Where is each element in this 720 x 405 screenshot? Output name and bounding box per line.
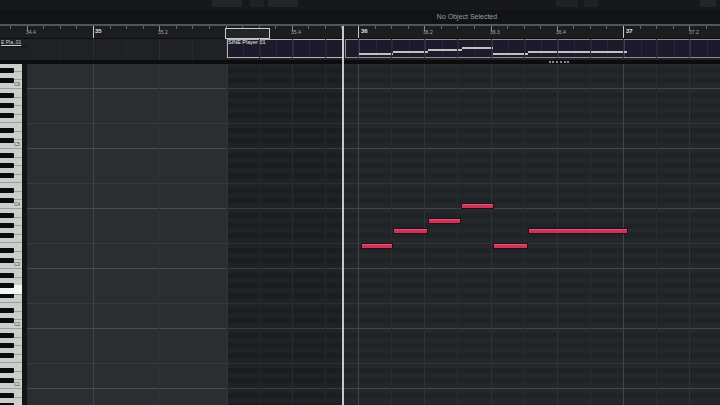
black-key[interactable] [0, 223, 14, 228]
part-gridline [525, 40, 526, 58]
lane-gridline [391, 39, 392, 60]
ruler-tick [623, 26, 624, 39]
lane-gridline [689, 39, 690, 60]
octave-key-label: C4 [0, 202, 20, 207]
ruler-tick [441, 26, 442, 29]
midi-note[interactable] [361, 243, 393, 249]
midi-note[interactable] [493, 243, 528, 249]
fold-handle-dots[interactable] [549, 61, 569, 63]
playhead[interactable] [342, 26, 344, 405]
black-key[interactable] [0, 293, 14, 298]
part-gridline [475, 40, 476, 58]
track-name-link[interactable]: E Pla..01 [1, 39, 21, 45]
black-key[interactable] [0, 353, 14, 358]
part-gridline [607, 40, 608, 58]
ruler-tick [308, 26, 309, 29]
track-lane[interactable]: E Pla..01 [0, 39, 720, 60]
toolbar-button[interactable] [212, 0, 242, 7]
white-key-divider [0, 242, 22, 243]
part-gridline [558, 40, 559, 58]
note-grid[interactable] [27, 64, 720, 405]
grid-beat-line [457, 64, 458, 405]
white-key-divider [0, 268, 22, 269]
octave-key-label: C2 [0, 322, 20, 327]
midi-note[interactable] [528, 228, 628, 234]
toolbar-button[interactable] [700, 0, 716, 7]
toolbar-button[interactable] [584, 0, 598, 7]
ruler-label: 34.4 [26, 29, 36, 35]
ruler-tick [375, 26, 376, 29]
editor-area: C6C5C4C3C2C1 [0, 64, 720, 405]
ruler-tick [126, 26, 127, 29]
ruler-tick [590, 26, 591, 29]
ruler-tick [408, 26, 409, 29]
midi-note[interactable] [428, 218, 461, 224]
grid-beat-line [557, 64, 558, 405]
black-key[interactable] [0, 103, 14, 108]
black-key[interactable] [0, 93, 14, 98]
top-toolbar [0, 0, 720, 10]
part-gridline [690, 40, 691, 58]
midi-note[interactable] [461, 203, 494, 209]
part-name-tag[interactable]: SINE Player 01 [225, 28, 270, 39]
lane-gridline [126, 39, 127, 60]
ruler-label: 35 [95, 28, 102, 34]
toolbar-button[interactable] [556, 0, 578, 7]
octave-line [27, 208, 720, 209]
white-key-divider [0, 208, 22, 209]
ruler-label: 35.4 [291, 29, 301, 35]
ef-boundary-line [27, 303, 720, 304]
midi-part-2[interactable] [345, 39, 720, 58]
lane-gridline [93, 39, 94, 60]
grid-beat-line [689, 64, 690, 405]
black-key[interactable] [0, 273, 14, 278]
lane-gridline [325, 39, 326, 60]
highlighted-key[interactable] [14, 285, 23, 294]
ruler-tick [110, 26, 111, 29]
lane-gridline [60, 39, 61, 60]
midi-note[interactable] [393, 228, 428, 234]
grid-beat-line [623, 64, 624, 405]
black-key[interactable] [0, 343, 14, 348]
ruler-tick [10, 26, 11, 29]
toolbar-button[interactable] [250, 0, 264, 7]
black-key[interactable] [0, 233, 14, 238]
black-key[interactable] [0, 113, 14, 118]
black-key[interactable] [0, 368, 14, 373]
part-gridline [359, 40, 360, 58]
ruler[interactable]: 34.43535.235.43636.236.336.43737.2 [0, 26, 720, 39]
black-key[interactable] [0, 308, 14, 313]
black-key[interactable] [0, 213, 14, 218]
piano-keyboard[interactable]: C6C5C4C3C2C1 [0, 64, 22, 405]
lane-gridline [623, 39, 624, 60]
part-gridline [309, 40, 310, 58]
toolbar-button[interactable] [268, 0, 298, 7]
black-key[interactable] [0, 153, 14, 158]
white-key-divider [0, 388, 22, 389]
black-key[interactable] [0, 333, 14, 338]
grid-beat-line [590, 64, 591, 405]
octave-line [27, 88, 720, 89]
part-gridline [508, 40, 509, 58]
black-key[interactable] [0, 173, 14, 178]
octave-line [27, 268, 720, 269]
part-name-label: SINE Player 01 [228, 39, 266, 45]
grid-beat-line [159, 64, 160, 405]
ef-boundary-line [27, 183, 720, 184]
white-key-divider [0, 362, 22, 363]
ruler-tick [640, 26, 641, 29]
black-key[interactable] [0, 68, 14, 73]
black-key[interactable] [0, 393, 14, 398]
ruler-tick [524, 26, 525, 29]
black-key[interactable] [0, 128, 14, 133]
lane-gridline [226, 39, 227, 60]
ruler-label: 36.3 [490, 29, 500, 35]
white-key-divider [0, 148, 22, 149]
black-key[interactable] [0, 163, 14, 168]
ruler-tick [60, 26, 61, 29]
black-key[interactable] [0, 188, 14, 193]
black-key[interactable] [0, 248, 14, 253]
grid-beat-line [491, 64, 492, 405]
white-key-divider [0, 88, 22, 89]
part-gridline [707, 40, 708, 58]
